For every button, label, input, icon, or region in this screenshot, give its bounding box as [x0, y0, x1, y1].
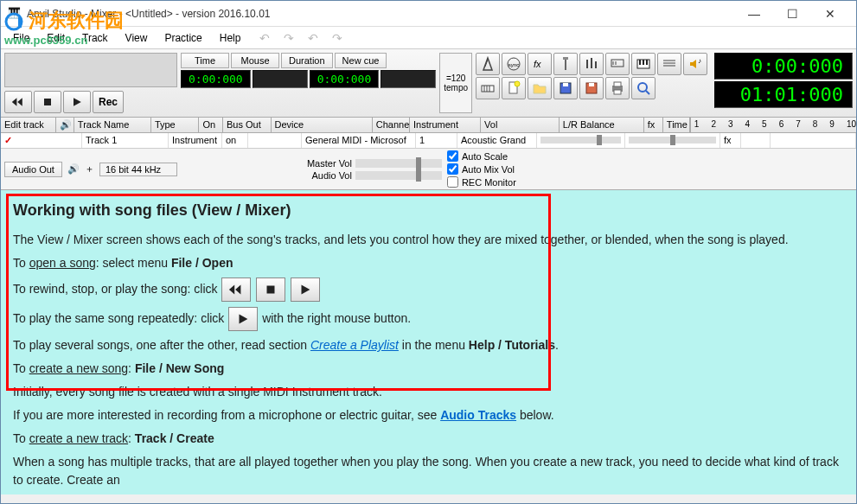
svg-rect-23 — [482, 86, 494, 92]
col-type[interactable]: Type — [151, 118, 200, 132]
fx-icon[interactable]: fx — [528, 53, 552, 75]
col-fx[interactable]: fx — [644, 118, 663, 132]
track-on-cell[interactable]: on — [222, 133, 248, 148]
redo-icon[interactable]: ↷ — [280, 31, 297, 45]
track-lane[interactable] — [771, 133, 856, 148]
track-name-cell[interactable]: Track 1 — [82, 133, 169, 148]
menu-track[interactable]: Track — [74, 29, 117, 48]
track-vol-slider[interactable] — [537, 133, 625, 148]
create-playlist-link[interactable]: Create a Playlist — [310, 338, 399, 352]
track-time-cell[interactable] — [741, 133, 771, 148]
svg-text:fx: fx — [534, 59, 541, 69]
stop-button[interactable] — [34, 91, 61, 113]
master-vol-slider[interactable] — [355, 159, 442, 168]
svg-rect-34 — [614, 82, 621, 86]
undo-icon[interactable]: ↶ — [256, 31, 273, 45]
help-paragraph: To rewind, stop, or play the song: click — [13, 278, 844, 302]
track-balance-slider[interactable] — [625, 133, 720, 148]
svg-rect-35 — [614, 90, 621, 94]
autoscale-checkbox[interactable]: Auto Scale — [447, 150, 516, 162]
piano-icon[interactable] — [631, 53, 656, 75]
track-header-row: Edit track 🔊 Track Name Type On Bus Out … — [1, 118, 856, 133]
col-bus[interactable]: Bus Out — [223, 118, 272, 132]
menu-file[interactable]: File — [4, 29, 38, 48]
help-paragraph: To play several songs, one after the oth… — [13, 336, 844, 354]
help-paragraph: To create a new song: File / New Song — [13, 360, 844, 378]
audio-tracks-link[interactable]: Audio Tracks — [440, 408, 516, 422]
metronome-icon[interactable] — [476, 53, 500, 75]
new-file-icon[interactable] — [502, 77, 526, 99]
svg-rect-17 — [643, 60, 644, 65]
track-instrument-cell[interactable]: Acoustic Grand — [457, 133, 537, 148]
audio-vol-slider[interactable] — [355, 171, 442, 180]
help-paragraph: When a song has multiple tracks, that ar… — [13, 453, 844, 489]
timeline-ruler[interactable]: 12345678910 — [690, 118, 856, 132]
col-on[interactable]: On — [199, 118, 222, 132]
col-vol[interactable]: Vol — [481, 118, 560, 132]
menu-edit[interactable]: Edit — [38, 29, 74, 48]
open-folder-icon[interactable] — [528, 77, 552, 99]
svg-text:sync: sync — [508, 62, 519, 67]
menu-help[interactable]: Help — [211, 29, 250, 48]
close-button[interactable]: ✕ — [811, 2, 849, 26]
col-device[interactable]: Device — [272, 118, 373, 132]
zoom-icon[interactable] — [631, 77, 656, 99]
save-icon[interactable] — [553, 77, 578, 99]
track-fx-cell[interactable]: fx — [720, 133, 741, 148]
maximize-button[interactable]: ☐ — [773, 2, 811, 26]
speaker-add-icon[interactable]: ＋ — [85, 163, 94, 175]
recmonitor-checkbox[interactable]: REC Monitor — [447, 176, 516, 188]
minimize-button[interactable]: — — [735, 2, 773, 26]
mix-options-row: Audio Out 🔊 ＋ 16 bit 44 kHz Master Vol A… — [1, 149, 856, 190]
duration-label[interactable]: Duration — [281, 53, 333, 68]
track-row[interactable]: ✓ Track 1 Instrument on General MIDI - M… — [1, 133, 856, 149]
col-time[interactable]: Time — [663, 118, 690, 132]
mouse-label[interactable]: Mouse — [231, 53, 279, 68]
svg-rect-32 — [589, 83, 594, 86]
speaker-icon[interactable]: 🔊 — [67, 163, 80, 175]
sync-icon[interactable]: sync — [502, 53, 526, 75]
synth-icon[interactable] — [605, 53, 630, 75]
keyboard-small-icon[interactable] — [476, 77, 500, 99]
track-bus-cell[interactable] — [248, 133, 302, 148]
mixer-icon[interactable] — [579, 53, 604, 75]
help-rewind-icon[interactable] — [221, 278, 251, 302]
col-trackname[interactable]: Track Name — [74, 118, 151, 132]
help-play-icon[interactable] — [291, 278, 320, 302]
automix-checkbox[interactable]: Auto Mix Vol — [447, 163, 516, 175]
svg-point-36 — [638, 83, 647, 92]
tempo-label: tempo — [444, 83, 468, 93]
print-icon[interactable] — [605, 77, 630, 99]
redo2-icon[interactable]: ↷ — [329, 31, 346, 45]
menu-practice[interactable]: Practice — [156, 29, 210, 48]
col-balance[interactable]: L/R Balance — [560, 118, 644, 132]
newcue-button[interactable]: New cue — [335, 53, 387, 68]
rewind-button[interactable] — [4, 91, 32, 113]
menu-view[interactable]: View — [117, 29, 157, 48]
help-panel[interactable]: Working with song files (View / Mixer) T… — [1, 190, 856, 494]
edit-track-button[interactable]: Edit track — [1, 118, 56, 132]
jack-icon[interactable] — [553, 53, 578, 75]
record-button[interactable]: Rec — [93, 91, 124, 113]
save-as-icon[interactable] — [579, 77, 604, 99]
col-channel[interactable]: Channel — [373, 118, 410, 132]
help-stop-icon[interactable] — [256, 278, 285, 302]
track-device-cell[interactable]: General MIDI - Microsof — [302, 133, 416, 148]
speaker-icon[interactable]: 🔊 — [56, 118, 74, 132]
col-instrument[interactable]: Instrument — [410, 118, 481, 132]
help-play2-icon[interactable] — [228, 307, 258, 331]
track-type-cell[interactable]: Instrument — [169, 133, 222, 148]
audio-format-field[interactable]: 16 bit 44 kHz — [99, 163, 177, 176]
audio-out-button[interactable]: Audio Out — [4, 162, 62, 177]
tempo-value: =120 — [446, 73, 466, 83]
menubar: File Edit Track View Practice Help ↶ ↷ ↶… — [1, 27, 856, 49]
staff-icon[interactable] — [657, 53, 681, 75]
tempo-box[interactable]: =120 tempo — [439, 53, 472, 113]
big-position-readout: 01:01:000 — [714, 81, 853, 108]
undo2-icon[interactable]: ↶ — [304, 31, 322, 45]
time-label[interactable]: Time — [181, 53, 229, 68]
speaker-note-icon[interactable]: ♪ — [683, 53, 707, 75]
track-channel-cell[interactable]: 1 — [416, 133, 457, 148]
play-button[interactable] — [63, 91, 91, 113]
time-readout: 0:00:000 — [181, 70, 251, 88]
